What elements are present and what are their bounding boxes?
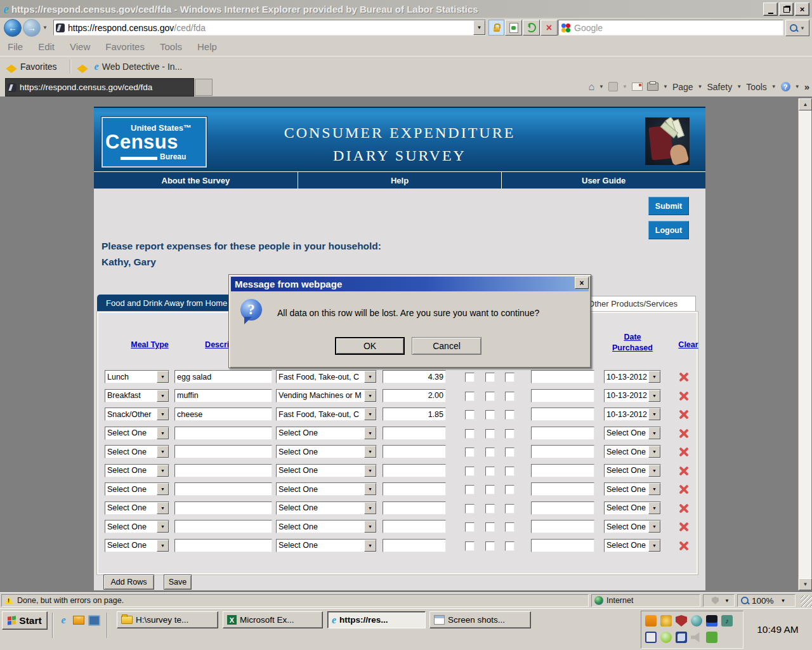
feeds-icon[interactable] [608,82,618,91]
description-input[interactable] [174,370,272,383]
menu-tools[interactable]: Tools [152,41,190,52]
meal-type-select[interactable]: Select One [105,501,169,515]
extra-input[interactable] [531,445,594,458]
date-purchased-select[interactable]: 10-13-2012 [604,408,661,421]
task-excel-window[interactable]: X Microsoft Ex... [223,611,323,628]
new-tab-stub[interactable] [195,79,213,96]
overflow-chevron-icon[interactable]: » [804,81,808,92]
extra-input[interactable] [531,482,594,496]
extra-input[interactable] [531,501,594,515]
clear-row-icon[interactable] [679,522,689,532]
cancel-button[interactable]: Cancel [412,337,481,355]
tray-lock-icon[interactable] [660,615,672,627]
cost-input[interactable] [383,408,446,421]
print-dropdown-icon[interactable]: ▼ [663,84,668,90]
chevron-down-icon[interactable] [364,427,376,439]
chevron-down-icon[interactable] [364,483,376,495]
date-purchased-select[interactable]: Select One [604,464,661,477]
minimize-button[interactable] [763,3,778,16]
tab-food-and-drink[interactable]: Food and Drink Away from Home [97,295,238,312]
cost-input[interactable] [383,539,446,552]
refresh-button[interactable] [523,20,540,36]
purchase-location-select[interactable]: Select One [276,427,377,440]
checkbox-2[interactable] [485,504,495,514]
checkbox-1[interactable] [465,410,475,420]
checkbox-1[interactable] [465,522,475,532]
checkbox-1[interactable] [465,504,475,514]
checkbox-2[interactable] [485,429,495,439]
tray-volume-icon[interactable] [691,632,702,643]
tray-nvidia-icon[interactable] [660,632,672,643]
checkbox-3[interactable] [505,485,514,494]
cost-input[interactable] [383,520,446,533]
safety-dropdown-icon[interactable]: ▼ [737,84,742,90]
clear-row-icon[interactable] [679,428,689,439]
checkbox-2[interactable] [485,392,495,401]
chevron-down-icon[interactable] [157,540,169,552]
history-dropdown-icon[interactable]: ▼ [43,25,48,30]
url-field[interactable]: https://respond.census.gov /ced/fda ▼ [53,20,486,36]
checkbox-1[interactable] [465,541,475,551]
task-screenshots-window[interactable]: Screen shots... [429,611,531,628]
tray-java-icon[interactable] [645,615,657,627]
clear-row-icon[interactable] [679,391,689,401]
meal-type-select[interactable]: Snack/Other [105,408,169,421]
favorites-button[interactable]: Favorites [20,62,57,72]
active-tab[interactable]: https://respond.census.gov/ced/fda [5,78,194,96]
chevron-down-icon[interactable] [648,371,660,383]
extra-input[interactable] [531,408,594,421]
protected-mode-panel[interactable]: ▼ [703,594,735,607]
search-go-button[interactable]: ▼ [785,20,809,36]
chevron-down-icon[interactable] [364,371,376,383]
taskbar-clock[interactable]: 10:49 AM [747,609,808,650]
chevron-down-icon[interactable] [157,483,169,495]
extra-input[interactable] [531,520,594,533]
cost-input[interactable] [383,427,446,440]
chevron-down-icon[interactable] [157,502,169,514]
purchase-location-select[interactable]: Select One [276,445,377,458]
scroll-down-icon[interactable]: ▼ [799,578,812,590]
chevron-down-icon[interactable] [648,540,660,552]
menu-file[interactable]: File [0,41,30,52]
header-clear[interactable]: Clear [672,340,704,350]
checkbox-2[interactable] [485,541,495,551]
chevron-down-icon[interactable] [157,408,169,420]
description-input[interactable] [174,389,272,402]
favorite-item-web-detective[interactable]: Web Detective - In... [102,62,183,72]
purchase-location-select[interactable]: Fast Food, Take-out, C [276,370,377,383]
checkbox-2[interactable] [485,522,495,532]
close-button[interactable]: × [795,3,809,16]
purchase-location-select[interactable]: Select One [276,464,377,477]
purchase-location-select[interactable]: Select One [276,539,377,552]
chevron-down-icon[interactable] [157,465,169,477]
chevron-down-icon[interactable] [157,390,169,402]
cost-input[interactable] [383,501,446,515]
meal-type-select[interactable]: Select One [105,445,169,458]
clear-row-icon[interactable] [679,503,689,514]
task-explorer-window[interactable]: H:\survey te... [117,611,218,628]
cost-input[interactable] [383,464,446,477]
date-purchased-select[interactable]: Select One [604,482,661,496]
description-input[interactable] [174,445,272,458]
checkbox-1[interactable] [465,392,475,401]
extra-input[interactable] [531,464,594,477]
chevron-down-icon[interactable] [364,390,376,402]
compatibility-view-button[interactable] [505,20,522,36]
safety-menu[interactable]: Safety [707,82,733,92]
chevron-down-icon[interactable] [648,483,660,495]
description-input[interactable] [174,408,272,421]
chevron-down-icon[interactable] [364,408,376,420]
clear-row-icon[interactable] [679,484,689,494]
checkbox-2[interactable] [485,485,495,494]
meal-type-select[interactable]: Select One [105,464,169,477]
extra-input[interactable] [531,370,594,383]
chevron-down-icon[interactable] [364,446,376,458]
chevron-down-icon[interactable] [648,465,660,477]
clear-row-icon[interactable] [679,466,689,476]
chevron-down-icon[interactable] [364,540,376,552]
scroll-up-icon[interactable]: ▲ [799,98,812,110]
checkbox-3[interactable] [505,504,514,514]
nav-help[interactable]: Help [298,172,502,189]
mail-icon[interactable] [632,83,643,91]
checkbox-1[interactable] [465,485,475,494]
